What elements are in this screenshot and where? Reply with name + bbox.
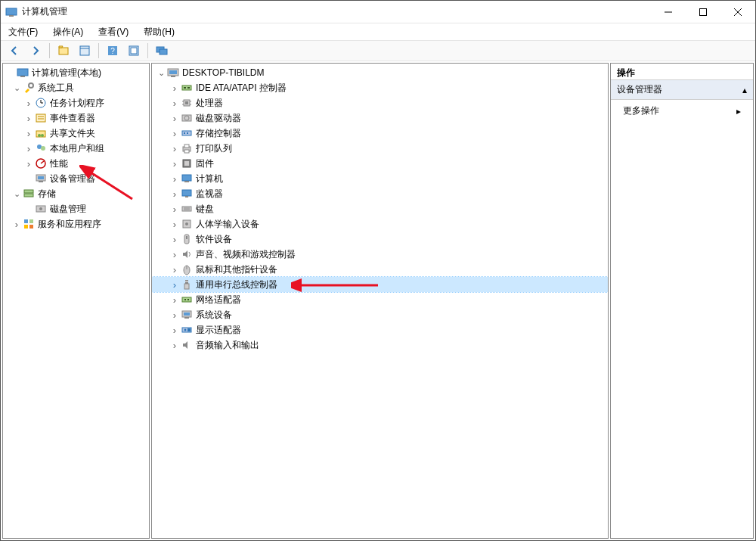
chevron-right-icon[interactable]	[11, 219, 23, 230]
svg-rect-61	[184, 150, 189, 153]
device-print-queue[interactable]: 打印队列	[152, 141, 608, 156]
svg-rect-12	[131, 48, 137, 54]
chevron-right-icon[interactable]	[23, 143, 35, 154]
tree-disk-management[interactable]: 磁盘管理	[3, 201, 149, 216]
close-button[interactable]	[720, 1, 755, 23]
computer-icon	[167, 67, 179, 79]
help-button[interactable]: ?	[104, 42, 122, 60]
device-disk-drive[interactable]: 磁盘驱动器	[152, 110, 608, 126]
chevron-right-icon[interactable]	[169, 82, 181, 94]
device-usb[interactable]: 通用串行总线控制器	[152, 277, 608, 292]
chevron-right-icon[interactable]	[169, 158, 181, 169]
device-ide[interactable]: IDE ATA/ATAPI 控制器	[152, 80, 608, 95]
tree-shared-folders[interactable]: 共享文件夹	[3, 126, 149, 141]
chevron-right-icon[interactable]	[169, 113, 181, 124]
chevron-right-icon[interactable]	[169, 219, 181, 230]
chevron-right-icon[interactable]	[169, 143, 181, 154]
more-actions[interactable]: 更多操作 ▸	[611, 100, 753, 122]
tree-device-manager[interactable]: 设备管理器	[3, 171, 149, 186]
actions-section[interactable]: 设备管理器 ▴	[611, 80, 753, 100]
chevron-right-icon[interactable]	[169, 340, 181, 351]
chevron-right-icon[interactable]	[169, 173, 181, 185]
minimize-button[interactable]	[651, 1, 686, 23]
right-panel: 操作 设备管理器 ▴ 更多操作 ▸	[610, 63, 754, 539]
chevron-right-icon[interactable]	[169, 279, 181, 291]
properties-button[interactable]	[76, 42, 94, 60]
device-root[interactable]: DESKTOP-TIBILDM	[152, 65, 608, 80]
chevron-right-icon[interactable]	[169, 309, 181, 321]
device-monitor[interactable]: 监视器	[152, 186, 608, 201]
display-adapter-icon	[181, 324, 193, 336]
svg-rect-34	[24, 190, 33, 193]
chevron-right-icon[interactable]	[23, 98, 35, 109]
software-device-icon	[181, 233, 193, 245]
svg-point-72	[185, 222, 188, 225]
tree-event-viewer[interactable]: 事件查看器	[3, 110, 149, 126]
tree-local-users[interactable]: 本地用户和组	[3, 141, 149, 156]
device-display[interactable]: 显示适配器	[152, 322, 608, 337]
refresh-button[interactable]	[125, 42, 143, 60]
device-software[interactable]: 软件设备	[152, 232, 608, 247]
cpu-icon	[181, 97, 193, 109]
chevron-right-icon[interactable]	[23, 158, 35, 169]
up-button[interactable]	[54, 42, 73, 60]
performance-icon	[35, 157, 47, 169]
usb-icon	[181, 278, 193, 291]
chevron-right-icon[interactable]	[169, 264, 181, 275]
chevron-down-icon[interactable]	[11, 189, 23, 199]
device-mouse[interactable]: 鼠标和其他指针设备	[152, 262, 608, 277]
tree-performance[interactable]: 性能	[3, 156, 149, 171]
svg-rect-85	[184, 312, 190, 316]
menu-action[interactable]: 操作(A)	[50, 24, 86, 40]
chevron-right-icon[interactable]	[169, 98, 181, 109]
device-system[interactable]: 系统设备	[152, 307, 608, 322]
chevron-right-icon[interactable]	[169, 204, 181, 215]
chevron-down-icon[interactable]	[11, 83, 23, 93]
tree-services-apps[interactable]: 服务和应用程序	[3, 216, 149, 232]
device-storage-controller[interactable]: 存储控制器	[152, 126, 608, 141]
chevron-down-icon[interactable]	[155, 68, 167, 78]
svg-rect-7	[80, 46, 89, 55]
chevron-right-icon[interactable]	[169, 294, 181, 306]
toolbar-separator-3	[147, 43, 148, 58]
device-audio-io[interactable]: 音频输入和输出	[152, 337, 608, 353]
svg-point-88	[184, 329, 187, 331]
chevron-right-icon[interactable]	[169, 188, 181, 200]
maximize-button[interactable]	[686, 1, 720, 23]
device-keyboard[interactable]: 键盘	[152, 201, 608, 216]
forward-button[interactable]	[26, 42, 45, 60]
network-icon	[181, 294, 193, 306]
computers-button[interactable]	[153, 42, 171, 60]
device-sound[interactable]: 声音、视频和游戏控制器	[152, 247, 608, 262]
svg-rect-41	[29, 225, 33, 229]
center-panel: DESKTOP-TIBILDM IDE ATA/ATAPI 控制器 处理器 磁盘…	[151, 63, 609, 539]
svg-point-26	[41, 134, 44, 137]
device-hid[interactable]: 人体学输入设备	[152, 216, 608, 232]
svg-rect-66	[182, 190, 191, 196]
svg-rect-60	[184, 145, 189, 148]
device-cpu[interactable]: 处理器	[152, 95, 608, 110]
svg-rect-6	[59, 48, 68, 54]
menu-file[interactable]: 文件(F)	[5, 24, 41, 40]
chevron-right-icon[interactable]	[169, 325, 181, 336]
tree-system-tools[interactable]: 系统工具	[3, 80, 149, 95]
device-firmware[interactable]: 固件	[152, 156, 608, 171]
chevron-right-icon[interactable]	[169, 249, 181, 260]
chevron-right-icon[interactable]	[23, 113, 35, 124]
back-button[interactable]	[5, 42, 23, 60]
mouse-icon	[181, 263, 193, 275]
tree-task-scheduler[interactable]: 任务计划程序	[3, 95, 149, 110]
tree-root-computer-management[interactable]: 计算机管理(本地)	[3, 65, 149, 80]
storage-icon	[23, 188, 35, 200]
services-icon	[23, 218, 35, 230]
chevron-right-icon[interactable]	[169, 128, 181, 139]
menu-view[interactable]: 查看(V)	[95, 24, 132, 40]
menu-help[interactable]: 帮助(H)	[141, 24, 178, 40]
tree-storage[interactable]: 存储	[3, 186, 149, 201]
chevron-right-icon[interactable]	[169, 234, 181, 245]
sound-icon	[181, 248, 193, 260]
svg-rect-45	[182, 86, 191, 90]
device-computer[interactable]: 计算机	[152, 171, 608, 186]
chevron-right-icon[interactable]	[23, 128, 35, 139]
device-network[interactable]: 网络适配器	[152, 292, 608, 307]
